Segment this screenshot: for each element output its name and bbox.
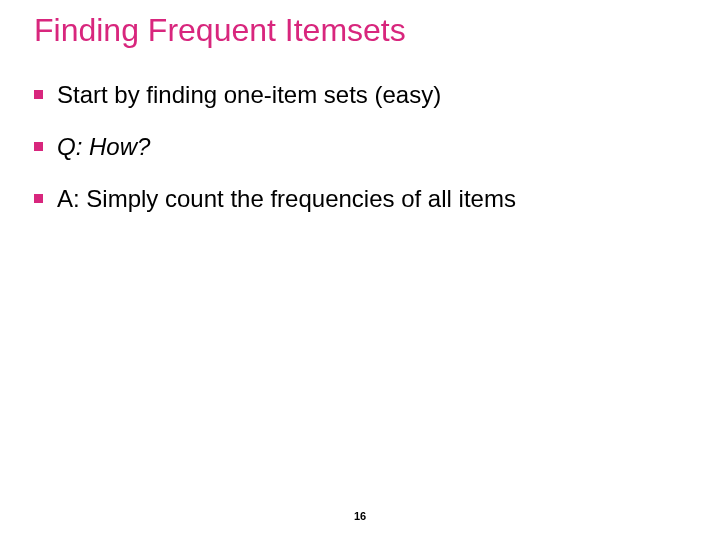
bullet-text: A: Simply count the frequencies of all i… [57, 184, 516, 214]
slide-title: Finding Frequent Itemsets [34, 12, 406, 49]
list-item: Start by finding one-item sets (easy) [34, 80, 680, 110]
bullet-text: Q: How? [57, 132, 150, 162]
list-item: Q: How? [34, 132, 680, 162]
square-bullet-icon [34, 142, 43, 151]
bullet-text: Start by finding one-item sets (easy) [57, 80, 441, 110]
bullet-list: Start by finding one-item sets (easy) Q:… [34, 80, 680, 236]
slide: Finding Frequent Itemsets Start by findi… [0, 0, 720, 540]
list-item: A: Simply count the frequencies of all i… [34, 184, 680, 214]
square-bullet-icon [34, 90, 43, 99]
square-bullet-icon [34, 194, 43, 203]
page-number: 16 [0, 510, 720, 522]
